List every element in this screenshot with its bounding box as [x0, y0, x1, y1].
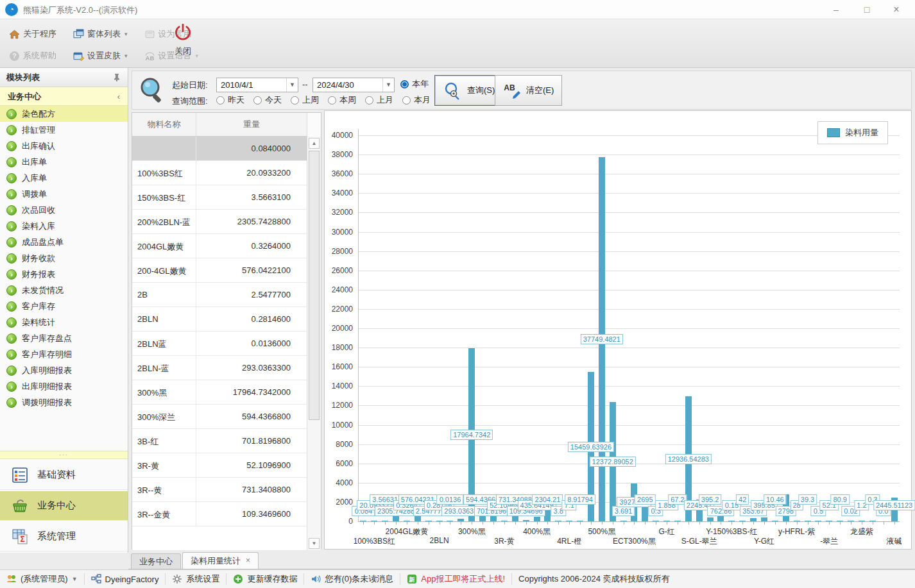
start-date-label: 起始日期:: [172, 80, 208, 91]
x-axis-tick: [818, 521, 819, 525]
status-messages[interactable]: 您有(0)条未读消息: [304, 573, 400, 585]
bar-value-label: 17964.7342: [450, 430, 493, 440]
column-header-weight[interactable]: 重量: [196, 113, 307, 136]
basket-icon: [12, 498, 28, 514]
maximize-button[interactable]: □: [852, 0, 882, 19]
cell-material: 2BLN蓝: [132, 332, 196, 355]
table-row[interactable]: 100%3BS红20.0933200: [132, 161, 307, 185]
status-system-settings[interactable]: 系统设置: [166, 573, 227, 585]
close-app-button[interactable]: 关闭: [168, 23, 198, 64]
table-row[interactable]: 300%深兰594.4366800: [132, 405, 307, 429]
sidebar-item[interactable]: ›客户库存明细: [0, 346, 128, 362]
sidebar-item[interactable]: ›调拨单: [0, 186, 128, 202]
radio-本月[interactable]: 本月: [402, 94, 431, 106]
start-date-combo[interactable]: 2010/4/1 ▼: [216, 78, 298, 92]
table-row[interactable]: 3B-红701.8196800: [132, 429, 307, 453]
cell-material: [132, 137, 196, 160]
table-row[interactable]: 3R-黄52.1096900: [132, 453, 307, 478]
status-user[interactable]: (系统管理员) ▼: [0, 573, 85, 585]
sidebar-item-label: 次品回收: [22, 205, 55, 216]
sidebar-item[interactable]: ›客户库存盘点: [0, 330, 128, 346]
table-row[interactable]: 2BLN-蓝293.0363300: [132, 356, 307, 380]
table-row[interactable]: 2BLN0.2814600: [132, 307, 307, 332]
table-row[interactable]: 3R--黄731.3408800: [132, 478, 307, 502]
sidebar-item-label: 调拨单: [22, 189, 47, 200]
radio-dot-icon: [365, 96, 373, 105]
title-bar: ◔ 熊猫染厂系统-V2.0--(演示软件) – □ ×: [0, 0, 915, 19]
close-window-button[interactable]: ×: [882, 0, 911, 19]
tab-dye-usage-stats[interactable]: 染料用量统计 ×: [182, 552, 259, 569]
table-row[interactable]: 3R--金黄109.3469600: [132, 502, 307, 526]
radio-上月[interactable]: 上月: [365, 94, 393, 106]
pin-icon[interactable]: [112, 73, 121, 82]
scrollbar-thumb[interactable]: [309, 151, 320, 420]
sidebar-item[interactable]: ›财务报表: [0, 266, 128, 282]
window-list-button[interactable]: 窗体列表▾: [71, 27, 130, 41]
x-axis-tick: [710, 521, 711, 525]
y-axis-tick-label: 30000: [325, 228, 353, 237]
tab-close-icon[interactable]: ×: [246, 553, 250, 569]
sidebar-item[interactable]: ›排缸管理: [0, 122, 128, 138]
sidebar-nav-business-center[interactable]: 业务中心: [0, 491, 128, 521]
sidebar-item[interactable]: ›染料入库: [0, 218, 128, 234]
scroll-down-icon[interactable]: ▼: [309, 538, 320, 549]
status-factory[interactable]: DyeingFactory: [85, 573, 166, 585]
table-row[interactable]: 300%黑17964.7342000: [132, 380, 307, 405]
about-program-button[interactable]: 关于程序: [6, 27, 59, 41]
sidebar-item[interactable]: ›入库单: [0, 170, 128, 186]
column-header-material[interactable]: 物料名称: [132, 113, 196, 136]
gridline: [358, 425, 900, 426]
sidebar-item-label: 入库明细报表: [22, 365, 72, 376]
tab-business-center[interactable]: 业务中心: [131, 553, 181, 569]
table-row[interactable]: 200-4GL嫩黄576.0422100: [132, 258, 307, 283]
sidebar-nav-system-management[interactable]: Σ 系统管理: [0, 522, 128, 551]
system-help-button[interactable]: ? 系统帮助: [6, 49, 59, 63]
radio-昨天[interactable]: 昨天: [216, 94, 244, 106]
sidebar-item[interactable]: ›入库明细报表: [0, 362, 128, 378]
end-date-combo[interactable]: 2024/4/30 ▼: [312, 78, 395, 92]
sidebar-item[interactable]: ›出库确认: [0, 138, 128, 154]
sidebar-splitter[interactable]: ···: [0, 451, 128, 459]
table-scrollbar[interactable]: ▲ ▼: [307, 137, 321, 550]
table-row[interactable]: 2B2.5477700: [132, 283, 307, 307]
sidebar-item[interactable]: ›调拨明细报表: [0, 394, 128, 410]
sidebar-nav-basic-data[interactable]: 基础资料: [0, 460, 128, 490]
svg-text:Σ: Σ: [20, 535, 24, 544]
scroll-up-icon[interactable]: ▲: [309, 138, 320, 149]
sidebar-item[interactable]: ›成品盘点单: [0, 234, 128, 250]
clear-button[interactable]: AB 清空(E): [495, 75, 562, 106]
sidebar-item[interactable]: ›未发货情况: [0, 282, 128, 298]
cell-material: 300%黑: [132, 380, 196, 404]
chevron-left-icon: ‹: [117, 87, 120, 106]
sidebar-item[interactable]: ›染料统计: [0, 314, 128, 330]
search-button[interactable]: 查询(S): [434, 75, 503, 106]
sidebar-item[interactable]: ›次品回收: [0, 202, 128, 218]
radio-今天[interactable]: 今天: [253, 94, 282, 106]
speaker-icon: [311, 574, 321, 584]
sidebar-item[interactable]: ›出库单: [0, 154, 128, 170]
table-row[interactable]: 2004GL嫩黄0.3264000: [132, 234, 307, 258]
table-row[interactable]: 2BLN蓝0.0136000: [132, 332, 307, 356]
x-axis-tick: [580, 521, 581, 525]
x-axis-tick: [526, 521, 527, 525]
table-row[interactable]: 200%2BLN-蓝2305.7428800: [132, 210, 307, 234]
table-row[interactable]: 150%3BS-红3.5663100: [132, 185, 307, 210]
sidebar-item[interactable]: ›财务收款: [0, 250, 128, 266]
sidebar-item[interactable]: ›客户库存: [0, 298, 128, 314]
set-skin-button[interactable]: 设置皮肤▾: [71, 49, 130, 63]
status-promo[interactable]: 新 App报工即将正式上线!: [400, 573, 512, 585]
sidebar-group-header[interactable]: 业务中心 ‹: [0, 87, 128, 106]
minimize-button[interactable]: –: [821, 0, 851, 19]
sidebar-item[interactable]: ›出库明细报表: [0, 378, 128, 394]
radio-this-year[interactable]: 本年: [400, 78, 429, 90]
sidebar-item[interactable]: ›染色配方: [0, 106, 128, 122]
cell-weight: 52.1096900: [196, 453, 297, 477]
radio-dot-icon: [291, 96, 299, 105]
x-axis-tick: [862, 521, 862, 525]
radio-本周[interactable]: 本周: [328, 94, 356, 106]
green-arrow-icon: ›: [6, 382, 17, 392]
x-axis-tick: [591, 521, 592, 525]
status-refresh-cache[interactable]: 更新缓存数据: [227, 573, 304, 585]
radio-上周[interactable]: 上周: [291, 94, 319, 106]
table-row[interactable]: 0.0840000: [132, 137, 307, 161]
